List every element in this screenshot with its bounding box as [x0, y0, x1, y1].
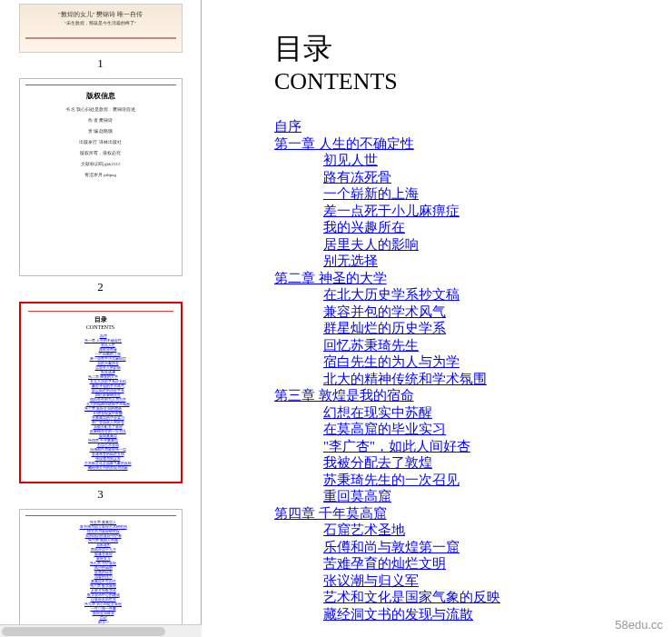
toc-link[interactable]: 第二章 神圣的大学	[274, 271, 387, 285]
toc-link[interactable]: 兼容并包的学术风气	[323, 304, 446, 319]
thumb3-h1: 目录	[28, 315, 173, 324]
thumbnail-page-4[interactable]: 第五章 莫高窟人常书鸿与国立敦煌艺术研究所段文杰与敦煌研究院 我所结识的敦煌守护…	[4, 509, 197, 637]
toc-link[interactable]: 群星灿烂的历史学系	[323, 321, 446, 335]
thumbnail-page-2[interactable]: 版权信息 书 名 我心归处是敦煌：樊锦诗自述 作 者 樊锦诗 责 编 赵晓璐 出…	[4, 78, 197, 294]
decorative-bar	[25, 37, 176, 39]
toc-link[interactable]: "李广杏"，如此人间好杏	[323, 439, 470, 453]
toc-title-cn: 目录	[274, 29, 672, 67]
thumbnail-page-1[interactable]: "敦煌的女儿" 樊锦诗 唯一自传 "未生敦煌，那就是今生活着的终了" 1	[4, 4, 197, 71]
toc-link[interactable]: 藏经洞文书的发现与流散	[323, 607, 473, 622]
toc-link[interactable]: 一个崭新的上海	[323, 186, 419, 201]
toc-link[interactable]: 居里夫人的影响	[323, 237, 419, 252]
thumb2-heading: 版权信息	[25, 91, 176, 101]
toc-title-en: CONTENTS	[274, 67, 672, 96]
toc-link[interactable]: 苦难孕育的灿烂文明	[323, 556, 446, 571]
toc-link[interactable]: 自序	[274, 119, 301, 134]
toc-link[interactable]: 在北大历史学系抄文稿	[323, 287, 460, 302]
scrollbar-thumb[interactable]	[2, 627, 165, 636]
main-content-page: 目录 CONTENTS 自序第一章 人生的不确定性初见人世路有冻死骨一个崭新的上…	[202, 0, 672, 637]
toc-link[interactable]: 张议潮与归义军	[323, 573, 419, 588]
toc-link[interactable]: 幻想在现实中苏醒	[323, 405, 432, 420]
table-of-contents: 自序第一章 人生的不确定性初见人世路有冻死骨一个崭新的上海差一点死于小儿麻痹症我…	[274, 118, 672, 622]
thumb-number: 1	[4, 56, 197, 71]
toc-link[interactable]: 别无选择	[323, 254, 378, 268]
toc-link[interactable]: 我被分配去了敦煌	[323, 455, 432, 470]
toc-link[interactable]: 艺术和文化是国家气象的反映	[323, 590, 500, 604]
toc-link[interactable]: 初见人世	[323, 153, 378, 167]
horizontal-scrollbar[interactable]	[0, 624, 202, 637]
thumb1-title-2: "未生敦煌，那就是今生活着的终了"	[25, 19, 176, 28]
thumb3-mini-toc: 自序第一章 人生的不确定性 初见人世路有冻死骨一个崭新的上海 差一点死于小儿麻痹…	[28, 333, 173, 470]
thumbnail-sidebar[interactable]: "敦煌的女儿" 樊锦诗 唯一自传 "未生敦煌，那就是今生活着的终了" 1 版权信…	[0, 0, 202, 637]
decorative-bar	[25, 515, 176, 516]
toc-link[interactable]: 第三章 敦煌是我的宿命	[274, 388, 414, 403]
decorative-bar	[28, 311, 173, 312]
watermark: 58edu.cc	[615, 618, 663, 632]
toc-link[interactable]: 差一点死于小儿麻痹症	[323, 204, 460, 218]
toc-link[interactable]: 我的兴趣所在	[323, 220, 405, 234]
toc-link[interactable]: 回忆苏秉琦先生	[323, 338, 419, 353]
toc-link[interactable]: 苏秉琦先生的一次召见	[323, 473, 460, 487]
thumb-number: 3	[4, 487, 197, 502]
toc-link[interactable]: 乐僔和尚与敦煌第一窟	[323, 540, 460, 554]
toc-link[interactable]: 北大的精神传统和学术氛围	[323, 372, 487, 386]
toc-link[interactable]: 石窟艺术圣地	[323, 523, 405, 537]
toc-link[interactable]: 第一章 人生的不确定性	[274, 136, 414, 151]
toc-link[interactable]: 路有冻死骨	[323, 170, 391, 184]
thumb1-title-1: "敦煌的女儿" 樊锦诗 唯一自传	[25, 10, 176, 19]
thumb4-mini-toc: 第五章 莫高窟人常书鸿与国立敦煌艺术研究所段文杰与敦煌研究院 我所结识的敦煌守护…	[25, 520, 176, 637]
toc-link[interactable]: 宿白先生的为人与为学	[323, 354, 460, 369]
toc-link[interactable]: 第四章 千年莫高窟	[274, 506, 387, 521]
thumb2-body: 书 名 我心归处是敦煌：樊锦诗自述 作 者 樊锦诗 责 编 赵晓璐 出版发行 译…	[25, 106, 176, 179]
toc-link[interactable]: 在莫高窟的毕业实习	[323, 422, 446, 436]
decorative-bar	[25, 85, 176, 85]
thumb3-h2: CONTENTS	[28, 324, 173, 330]
toc-link[interactable]: 重回莫高窟	[323, 489, 391, 503]
thumbnail-page-3[interactable]: 目录 CONTENTS 自序第一章 人生的不确定性 初见人世路有冻死骨一个崭新的…	[4, 302, 197, 502]
thumb-number: 2	[4, 280, 197, 294]
